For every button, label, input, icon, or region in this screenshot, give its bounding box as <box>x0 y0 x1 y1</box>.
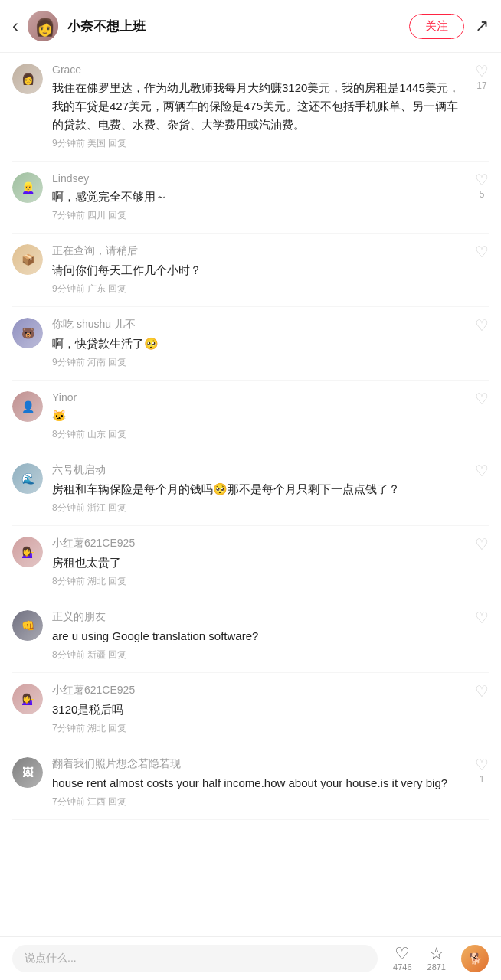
star-count: 2871 <box>427 962 446 972</box>
comment-like-count: 5 <box>480 189 485 200</box>
comment-meta: 9分钟前 美国 回复 <box>52 137 467 150</box>
comment-text: 房租也太贵了 <box>52 554 467 572</box>
star-icon: ☆ <box>429 946 444 962</box>
heart-icon[interactable]: ♡ <box>475 391 489 407</box>
comment-item: 📦正在查询，请稍后请问你们每天工作几个小时？9分钟前 广东 回复♡ <box>12 234 489 307</box>
comment-username: 小红薯621CE925 <box>52 684 467 697</box>
comment-meta: 7分钟前 四川 回复 <box>52 209 467 222</box>
comment-meta: 8分钟前 浙江 回复 <box>52 501 467 514</box>
heart-icon[interactable]: ♡ <box>475 537 489 552</box>
comment-like-count: 1 <box>480 774 485 785</box>
user-avatar-button[interactable]: 🐕 <box>461 945 489 972</box>
comment-item: 👩Grace我住在佛罗里达，作为幼儿教师我每月大约赚3120美元，我的房租是14… <box>12 53 489 162</box>
comment-username: 正义的朋友 <box>52 610 467 624</box>
star-button[interactable]: ☆ 2871 <box>427 946 446 972</box>
comment-username: 翻着我们照片想念若隐若现 <box>52 757 467 771</box>
comment-avatar: 💁‍♀️ <box>12 684 43 714</box>
comment-avatar: 👊 <box>12 610 43 641</box>
comment-text: 3120是税后吗 <box>52 701 467 719</box>
heart-icon[interactable]: ♡ <box>475 318 489 333</box>
header-avatar: 👩 <box>28 11 58 41</box>
heart-icon[interactable]: ♡ <box>475 757 489 773</box>
like-button[interactable]: ♡ 4746 <box>393 946 411 972</box>
comment-item: 👊正义的朋友are u using Google translation sof… <box>12 599 489 673</box>
comment-username: 正在查询，请稍后 <box>52 244 467 258</box>
header: ‹ 👩 小奈不想上班 关注 ↗ <box>0 0 501 53</box>
comment-text: 啊，快贷款生活了🥺 <box>52 335 467 353</box>
heart-icon: ♡ <box>395 946 410 962</box>
comment-item: 🐻你吃 shushu 儿不啊，快贷款生活了🥺9分钟前 河南 回复♡ <box>12 307 489 381</box>
comment-item: 💁‍♀️小红薯621CE925房租也太贵了8分钟前 湖北 回复♡ <box>12 526 489 599</box>
comment-text: 房租和车辆保险是每个月的钱吗🥺那不是每个月只剩下一点点钱了？ <box>52 480 467 498</box>
header-username: 小奈不想上班 <box>67 18 409 35</box>
comment-input[interactable]: 说点什么... <box>12 945 378 972</box>
heart-icon[interactable]: ♡ <box>475 684 489 699</box>
comment-username: 六号机启动 <box>52 463 467 477</box>
comment-meta: 9分钟前 广东 回复 <box>52 283 467 296</box>
comment-meta: 7分钟前 江西 回复 <box>52 795 467 808</box>
comments-list: 👩Grace我住在佛罗里达，作为幼儿教师我每月大约赚3120美元，我的房租是14… <box>0 53 501 881</box>
comment-text: house rent almost costs your half income… <box>52 774 467 792</box>
comment-meta: 8分钟前 山东 回复 <box>52 428 467 441</box>
comment-meta: 7分钟前 湖北 回复 <box>52 722 467 735</box>
comment-text: 我住在佛罗里达，作为幼儿教师我每月大约赚3120美元，我的房租是1445美元，我… <box>52 79 467 134</box>
heart-icon[interactable]: ♡ <box>475 64 489 79</box>
comment-avatar: 🌊 <box>12 463 43 494</box>
heart-icon[interactable]: ♡ <box>475 244 489 260</box>
comment-username: Yinor <box>52 391 467 403</box>
comment-avatar: 👤 <box>12 391 43 422</box>
comment-avatar: 👩 <box>12 64 43 94</box>
comment-like-count: 17 <box>476 80 486 91</box>
comment-meta: 8分钟前 新疆 回复 <box>52 648 467 662</box>
comment-text: 啊，感觉完全不够用～ <box>52 188 467 206</box>
comment-meta: 9分钟前 河南 回复 <box>52 356 467 369</box>
comment-item: 🌊六号机启动房租和车辆保险是每个月的钱吗🥺那不是每个月只剩下一点点钱了？8分钟前… <box>12 452 489 526</box>
comment-username: Grace <box>52 64 467 76</box>
comment-item: 💁‍♀️小红薯621CE9253120是税后吗7分钟前 湖北 回复♡ <box>12 673 489 746</box>
heart-icon[interactable]: ♡ <box>475 463 489 479</box>
comment-item: 👤Yinor🐱8分钟前 山东 回复♡ <box>12 381 489 452</box>
comment-avatar: 🐻 <box>12 318 43 348</box>
comment-meta: 8分钟前 湖北 回复 <box>52 575 467 588</box>
comment-username: 小红薯621CE925 <box>52 537 467 550</box>
comment-username: 你吃 shushu 儿不 <box>52 318 467 332</box>
comment-text: 🐱 <box>52 407 467 425</box>
heart-icon[interactable]: ♡ <box>475 172 489 188</box>
heart-icon[interactable]: ♡ <box>475 610 489 626</box>
comment-item: 👱‍♀️Lindsey啊，感觉完全不够用～7分钟前 四川 回复♡5 <box>12 162 489 234</box>
comment-text: 请问你们每天工作几个小时？ <box>52 261 467 279</box>
input-placeholder: 说点什么... <box>25 952 77 965</box>
follow-button[interactable]: 关注 <box>409 14 464 39</box>
comment-avatar: 🖼 <box>12 757 43 788</box>
share-icon[interactable]: ↗ <box>475 16 489 36</box>
like-count: 4746 <box>393 962 411 972</box>
comment-avatar: 📦 <box>12 244 43 275</box>
comment-username: Lindsey <box>52 172 467 185</box>
comment-text: are u using Google translation software? <box>52 627 467 645</box>
back-button[interactable]: ‹ <box>12 15 18 37</box>
comment-item: 🖼翻着我们照片想念若隐若现house rent almost costs you… <box>12 746 489 820</box>
bottom-bar: 说点什么... ♡ 4746 ☆ 2871 🐕 <box>0 936 501 980</box>
comment-avatar: 👱‍♀️ <box>12 172 43 203</box>
comment-avatar: 💁‍♀️ <box>12 537 43 567</box>
